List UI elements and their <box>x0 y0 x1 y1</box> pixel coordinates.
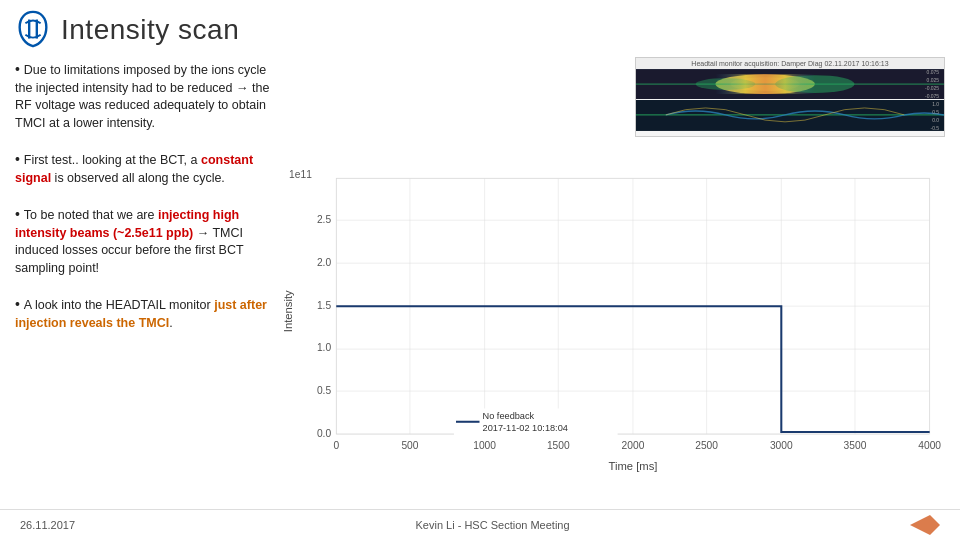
svg-text:500: 500 <box>401 440 418 451</box>
headtail-monitor-image: Headtail monitor acquisition: Damper Dia… <box>635 57 945 137</box>
bullet2-text-normal2: is observed all along the cycle. <box>51 171 225 185</box>
footer-presenter: Kevin Li - HSC Section Meeting <box>415 519 569 531</box>
main-content: Due to limitations imposed by the ions c… <box>0 55 960 500</box>
svg-text:-0.025: -0.025 <box>925 86 939 91</box>
footer-arrow-icon <box>910 515 940 535</box>
svg-text:2.0: 2.0 <box>317 257 332 268</box>
svg-text:0.5: 0.5 <box>932 110 939 115</box>
svg-rect-8 <box>715 74 814 94</box>
svg-text:0.0: 0.0 <box>317 428 332 439</box>
headtail-wave-svg: 0.075 0.025 -0.025 -0.075 1.0 0.5 0.0 -0… <box>636 69 944 131</box>
bullet4-text-normal2: . <box>169 316 172 330</box>
svg-text:3500: 3500 <box>844 440 867 451</box>
svg-text:0.075: 0.075 <box>927 70 940 75</box>
page-header: Intensity scan <box>0 0 960 55</box>
svg-text:2000: 2000 <box>622 440 645 451</box>
bullet-item-1: Due to limitations imposed by the ions c… <box>15 60 270 132</box>
left-panel: Due to limitations imposed by the ions c… <box>15 55 270 500</box>
main-chart-svg: 0.0 0.5 1.0 1.5 2.0 2.5 1e11 0 500 1000 … <box>280 143 945 500</box>
top-images-container: Headtail monitor acquisition: Damper Dia… <box>280 57 945 137</box>
cern-logo-icon <box>15 10 51 50</box>
svg-text:0: 0 <box>333 440 339 451</box>
svg-text:0.0: 0.0 <box>932 118 939 123</box>
svg-marker-58 <box>910 515 940 535</box>
bullet-item-3: To be noted that we are injecting high i… <box>15 205 270 277</box>
svg-text:No feedback: No feedback <box>483 411 535 421</box>
svg-text:0.5: 0.5 <box>317 385 332 396</box>
svg-text:1.5: 1.5 <box>317 300 332 311</box>
svg-text:1.0: 1.0 <box>932 102 939 107</box>
bullet2-text-normal1: First test.. looking at the BCT, a <box>24 153 201 167</box>
svg-text:0.025: 0.025 <box>927 78 940 83</box>
svg-text:Time [ms]: Time [ms] <box>608 460 657 472</box>
footer-date: 26.11.2017 <box>20 519 75 531</box>
svg-text:-0.075: -0.075 <box>925 94 939 99</box>
page-title: Intensity scan <box>61 14 239 46</box>
bullet-item-2: First test.. looking at the BCT, a const… <box>15 150 270 187</box>
svg-text:1.0: 1.0 <box>317 342 332 353</box>
svg-text:2.5: 2.5 <box>317 214 332 225</box>
main-chart-container: 0.0 0.5 1.0 1.5 2.0 2.5 1e11 0 500 1000 … <box>280 143 945 500</box>
right-panel: Headtail monitor acquisition: Damper Dia… <box>280 55 945 500</box>
svg-text:1500: 1500 <box>547 440 570 451</box>
svg-text:2500: 2500 <box>695 440 718 451</box>
svg-text:3000: 3000 <box>770 440 793 451</box>
svg-text:1000: 1000 <box>473 440 496 451</box>
top-chart-title: Headtail monitor acquisition: Damper Dia… <box>636 58 944 69</box>
bullet1-text: Due to limitations imposed by the ions c… <box>15 63 269 130</box>
bullet-item-4: A look into the HEADTAIL monitor just af… <box>15 295 270 332</box>
svg-text:-0.5: -0.5 <box>930 126 939 131</box>
svg-text:Intensity: Intensity <box>282 290 294 332</box>
bullet4-text-normal1: A look into the HEADTAIL monitor <box>24 298 214 312</box>
bullet3-text-normal1: To be noted that we are <box>24 208 158 222</box>
svg-text:1e11: 1e11 <box>289 169 312 180</box>
svg-text:4000: 4000 <box>918 440 941 451</box>
svg-text:2017-11-02 10:18:04: 2017-11-02 10:18:04 <box>483 423 568 433</box>
footer: 26.11.2017 Kevin Li - HSC Section Meetin… <box>0 509 960 540</box>
